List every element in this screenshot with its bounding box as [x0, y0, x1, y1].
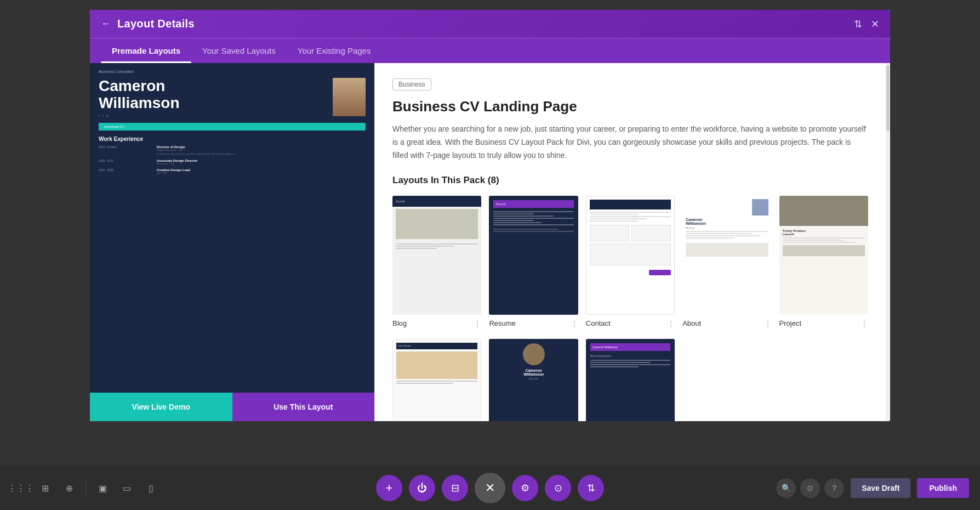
- thumb-name: Resume: [489, 319, 515, 327]
- toolbar-right-icons: 🔍 ⊙ ?: [776, 478, 844, 498]
- thumb-name: About: [682, 319, 701, 327]
- tab-existing-pages[interactable]: Your Existing Pages: [287, 38, 382, 63]
- layout-title: Business CV Landing Page: [392, 98, 868, 115]
- thumbnail-landing2[interactable]: Cameron Williamson Work Experience: [586, 339, 675, 421]
- modal-settings-icon[interactable]: ⇅: [854, 18, 862, 30]
- list-item: Case Studies Case Stu: [392, 339, 481, 421]
- mockup-cta[interactable]: Download CV: [99, 123, 366, 131]
- mockup-hero: Cameron Williamson f×in: [99, 78, 366, 117]
- layout-details-modal: ← Layout Details ⇅ ✕ Premade Layouts You…: [90, 10, 890, 421]
- thumbnail-casestudies[interactable]: Case Studies: [392, 339, 481, 421]
- thumbnail-resume[interactable]: Resume: [489, 196, 578, 315]
- help-icon[interactable]: ?: [824, 478, 844, 498]
- thumb-name: Contact: [586, 319, 611, 327]
- thumbnail-contact[interactable]: [586, 196, 675, 315]
- thumb-menu-btn[interactable]: ⋮: [571, 319, 578, 328]
- transfer-button[interactable]: ⇅: [578, 475, 604, 501]
- scroll-track[interactable]: [886, 63, 890, 421]
- save-draft-button[interactable]: Save Draft: [851, 478, 910, 498]
- detail-panel: Business Business CV Landing Page Whethe…: [375, 63, 886, 421]
- modal-overlay: ← Layout Details ⇅ ✕ Premade Layouts You…: [0, 0, 980, 510]
- modal-body: Business Consultant Cameron Williamson f…: [90, 63, 890, 421]
- thumbnail-about[interactable]: CameronWilliamson My Story: [682, 196, 771, 315]
- thumbnail-blog[interactable]: Journal: [392, 196, 481, 315]
- thumb-name: Blog: [392, 319, 407, 327]
- scroll-thumb: [886, 65, 890, 131]
- list-item: Cameron Williamson Work Experience: [586, 339, 675, 421]
- thumb-menu-btn[interactable]: ⋮: [667, 319, 675, 328]
- toolbar-desktop-icon[interactable]: ▣: [93, 478, 112, 498]
- publish-button[interactable]: Publish: [917, 478, 969, 498]
- preview-panel: Business Consultant Cameron Williamson f…: [90, 63, 375, 421]
- search-right-icon[interactable]: 🔍: [776, 478, 796, 498]
- thumb-menu-btn[interactable]: ⋮: [764, 319, 772, 328]
- modal-header-left: ← Layout Details: [101, 18, 195, 30]
- mockup-avatar: [333, 78, 366, 116]
- list-item: Resume: [489, 196, 578, 328]
- list-item: CameronWilliamson My Story: [682, 196, 771, 328]
- list-item: CameronWilliamson About Me: [489, 339, 578, 421]
- circle-icon[interactable]: ⊙: [800, 478, 820, 498]
- thumb-name: Project: [779, 319, 801, 327]
- thumb-footer: Resume ⋮: [489, 319, 578, 328]
- mockup-social: f×in: [99, 114, 324, 117]
- toolbar-separator-1: [86, 481, 86, 495]
- thumbnail-project[interactable]: Trinity ProductLaunch: [779, 196, 868, 315]
- list-item: Trinity ProductLaunch: [779, 196, 868, 328]
- bottom-toolbar: ⋮⋮⋮ ⊞ ⊕ ▣ ▭ ▯ + ⏻ ⊟ ✕ ⚙ ⊙ ⇅ 🔍 ⊙ ? Save D…: [0, 466, 980, 510]
- toolbar-center: + ⏻ ⊟ ✕ ⚙ ⊙ ⇅: [376, 473, 604, 503]
- pack-subtitle: Layouts In This Pack (8): [392, 175, 868, 186]
- modal-header-right: ⇅ ✕: [854, 18, 879, 30]
- thumb-menu-btn[interactable]: ⋮: [474, 319, 481, 328]
- toolbar-menu-icon[interactable]: ⋮⋮⋮: [11, 478, 31, 498]
- modal-close-icon[interactable]: ✕: [871, 18, 879, 30]
- thumbnail-landing1[interactable]: CameronWilliamson About Me: [489, 339, 578, 421]
- toolbar-mobile-icon[interactable]: ▯: [141, 478, 161, 498]
- toolbar-left: ⋮⋮⋮ ⊞ ⊕ ▣ ▭ ▯: [11, 478, 161, 498]
- power-button[interactable]: ⏻: [409, 475, 435, 501]
- toolbar-tablet-icon[interactable]: ▭: [117, 478, 136, 498]
- mockup-preview: Business Consultant Cameron Williamson f…: [90, 63, 374, 393]
- tab-saved-layouts[interactable]: Your Saved Layouts: [191, 38, 287, 63]
- list-item: Contact ⋮: [586, 196, 675, 328]
- toolbar-right: 🔍 ⊙ ? Save Draft Publish: [776, 478, 969, 498]
- thumb-footer: Project ⋮: [779, 319, 868, 328]
- modal-title: Layout Details: [117, 18, 195, 30]
- thumb-footer: About ⋮: [682, 319, 771, 328]
- thumb-footer: Contact ⋮: [586, 319, 675, 328]
- layout-description: Whether you are searching for a new job,…: [392, 123, 868, 162]
- view-demo-button[interactable]: View Live Demo: [90, 393, 232, 421]
- toolbar-grid-icon[interactable]: ⊞: [35, 478, 55, 498]
- list-item: Journal: [392, 196, 481, 328]
- toolbar-search-icon[interactable]: ⊕: [59, 478, 79, 498]
- thumb-footer: Blog ⋮: [392, 319, 481, 328]
- preview-actions: View Live Demo Use This Layout: [90, 393, 374, 421]
- thumb-menu-btn[interactable]: ⋮: [861, 319, 868, 328]
- mockup-label: Business Consultant: [99, 70, 366, 73]
- category-badge: Business: [392, 78, 431, 90]
- thumbnails-row-1: Journal: [392, 196, 868, 328]
- thumbnails-row-2: Case Studies Case Stu: [392, 339, 868, 421]
- delete-button[interactable]: ⊟: [442, 475, 468, 501]
- preview-image: Business Consultant Cameron Williamson f…: [90, 63, 374, 393]
- history-button[interactable]: ⊙: [545, 475, 571, 501]
- settings-button[interactable]: ⚙: [512, 475, 538, 501]
- page-background: ⋮⋮⋮ ⊞ ⊕ ▣ ▭ ▯ + ⏻ ⊟ ✕ ⚙ ⊙ ⇅ 🔍 ⊙ ? Save D…: [0, 0, 980, 510]
- mockup-section-title: Work Experience: [99, 136, 366, 142]
- add-button[interactable]: +: [376, 475, 402, 501]
- close-center-button[interactable]: ✕: [475, 473, 505, 503]
- use-layout-button[interactable]: Use This Layout: [232, 393, 375, 421]
- mockup-name: Cameron Williamson: [99, 78, 324, 112]
- modal-tabs: Premade Layouts Your Saved Layouts Your …: [90, 38, 890, 63]
- mockup-work: 2024 - Present Director of Design Elegan…: [99, 145, 366, 175]
- tab-premade-layouts[interactable]: Premade Layouts: [101, 38, 191, 63]
- modal-header: ← Layout Details ⇅ ✕: [90, 10, 890, 38]
- back-button[interactable]: ←: [101, 18, 111, 30]
